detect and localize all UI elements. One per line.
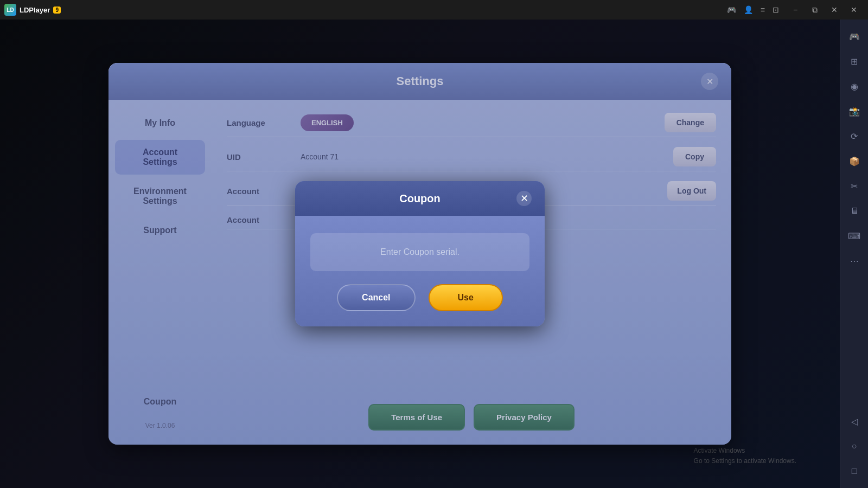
restore-button[interactable]: ⧉ [805, 0, 825, 20]
app-close-button[interactable]: ✕ [825, 0, 844, 20]
coupon-serial-input[interactable] [319, 247, 521, 257]
sidebar-back-icon[interactable]: ◁ [844, 411, 865, 432]
app-name: LDPlayer [20, 6, 50, 14]
sidebar-square-icon[interactable]: □ [844, 461, 865, 481]
titlebar: LD LDPlayer 9 🎮 👤 ≡ ⊡ − ⧉ ✕ ✕ [0, 0, 868, 20]
coupon-modal: Coupon ✕ Cancel Use [295, 181, 545, 326]
screenshot-title-icon[interactable]: ⊡ [773, 5, 779, 14]
coupon-cancel-button[interactable]: Cancel [337, 284, 415, 311]
sidebar-gamepad-icon[interactable]: 🎮 [844, 26, 865, 47]
coupon-use-button[interactable]: Use [429, 284, 503, 311]
titlebar-icons: 🎮 👤 ≡ ⊡ [727, 5, 779, 14]
sidebar-record-icon[interactable]: ◉ [844, 76, 865, 97]
sidebar-apk-icon[interactable]: 📦 [844, 151, 865, 171]
sidebar-display-icon[interactable]: 🖥 [844, 201, 865, 221]
main-area: Settings ✕ My Info Account Settings Envi… [0, 20, 840, 488]
user-title-icon[interactable]: 👤 [744, 5, 753, 14]
menu-title-icon[interactable]: ≡ [761, 5, 765, 14]
minimize-button[interactable]: − [786, 0, 805, 20]
sidebar-keyboard-icon[interactable]: ⌨ [844, 226, 865, 246]
extra-button[interactable]: ✕ [844, 0, 864, 20]
coupon-title: Coupon [323, 192, 516, 205]
version-badge: 9 [53, 7, 61, 14]
sidebar-sync-icon[interactable]: ⟳ [844, 126, 865, 146]
sidebar-dots-icon[interactable]: ⋯ [844, 251, 865, 271]
app-logo: LD LDPlayer 9 [4, 4, 61, 16]
sidebar-scissors-icon[interactable]: ✂ [844, 176, 865, 196]
coupon-header: Coupon ✕ [295, 181, 545, 216]
gamepad-title-icon[interactable]: 🎮 [727, 5, 736, 14]
titlebar-controls: − ⧉ ✕ ✕ [786, 0, 864, 20]
coupon-actions: Cancel Use [310, 284, 529, 311]
sidebar-grid-icon[interactable]: ⊞ [844, 51, 865, 72]
right-sidebar: 🎮 ⊞ ◉ 📸 ⟳ 📦 ✂ 🖥 ⌨ ⋯ ◁ ○ □ [840, 20, 868, 488]
sidebar-circle-icon[interactable]: ○ [844, 436, 865, 457]
coupon-input-area[interactable] [310, 233, 529, 271]
coupon-close-button[interactable]: ✕ [516, 191, 532, 206]
sidebar-camera-icon[interactable]: 📸 [844, 101, 865, 121]
logo-icon: LD [4, 4, 16, 16]
coupon-body: Cancel Use [295, 216, 545, 326]
